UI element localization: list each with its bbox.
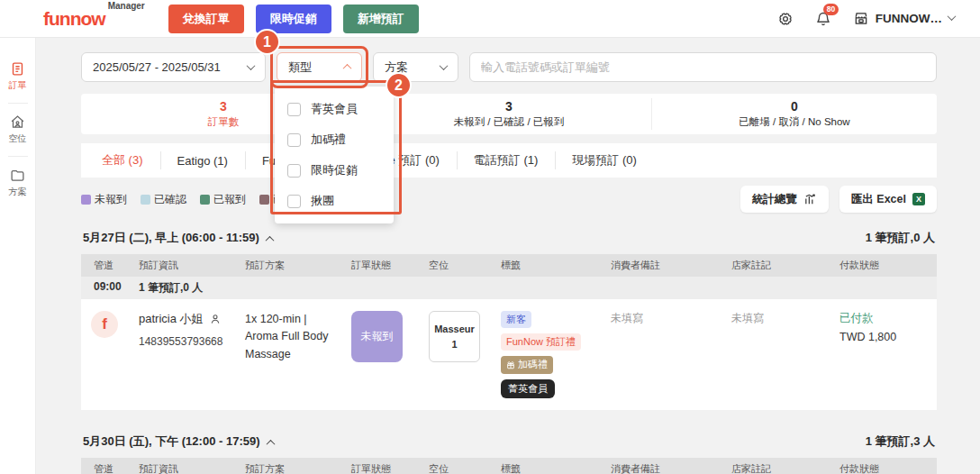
notification-count-badge: 80 (823, 4, 839, 15)
col-store-note: 店家註記 (719, 254, 827, 277)
status-badge: 未報到 (351, 311, 403, 362)
account-name: FUNNOW… (876, 12, 942, 25)
checkbox[interactable] (287, 103, 301, 116)
sidebar-item-orders[interactable]: 訂單 (0, 54, 35, 99)
type-option-bonus-gift[interactable]: 加碼禮 (275, 124, 394, 155)
redeem-order-button[interactable]: 兌換訂單 (168, 5, 244, 33)
plan-filter-dropdown[interactable]: 方案 (373, 52, 458, 82)
search-input[interactable] (481, 60, 925, 74)
chart-icon (803, 193, 817, 205)
legend-color-swatch (81, 195, 91, 205)
stats-summary-card: 3 訂單數 3 未報到 / 已確認 / 已報到 0 已離場 / 取消 / No … (81, 94, 937, 134)
section-title-toggle[interactable]: 5月27日 (二), 早上 (06:00 - 11:59) (83, 230, 273, 246)
section-summary: 1 筆預訂,0 人 (866, 230, 935, 246)
col-status: 訂單狀態 (339, 458, 416, 474)
tag-new-customer: 新客 (501, 311, 531, 328)
col-tags: 標籤 (488, 458, 598, 474)
seat-name: Masseur (434, 322, 475, 337)
account-menu[interactable]: FUNNOW… (853, 11, 955, 26)
col-booking-info: 預訂資訊 (126, 458, 232, 474)
plans-icon (10, 168, 25, 183)
tab-walkin[interactable]: 現場預訂 (0) (555, 143, 654, 178)
consumer-note: 未填寫 (598, 299, 719, 338)
col-status: 訂單狀態 (339, 254, 416, 277)
type-option-elite-member[interactable]: 菁英會員 (275, 94, 394, 124)
col-payment: 付款狀態 (827, 254, 937, 277)
col-payment: 付款狀態 (827, 458, 937, 474)
table-header: 管道 預訂資訊 預訂方案 訂單狀態 空位 標籤 消費者備註 店家註記 付款狀態 (81, 254, 937, 277)
payment-status: 已付款 (839, 311, 931, 326)
stats-overview-button[interactable]: 統計總覽 (740, 186, 829, 213)
col-tags: 標籤 (488, 254, 598, 277)
type-options-menu: 菁英會員 加碼禮 限時促銷 揪團 (275, 87, 394, 223)
sidebar-item-vacancy[interactable]: 空位 (0, 107, 35, 152)
sidebar-item-label: 空位 (9, 132, 27, 145)
booking-section-may30: 5月30日 (五), 下午 (12:00 - 17:59) 1 筆預訂,3 人 … (81, 430, 937, 474)
filter-bar: 2025/05/27 - 2025/05/31 類型 菁英會員 加碼禮 (81, 52, 937, 82)
date-range-selector[interactable]: 2025/05/27 - 2025/05/31 (81, 52, 266, 82)
notifications-bell-icon[interactable]: 80 (815, 10, 831, 27)
export-excel-button[interactable]: 匯出 Excel X (839, 186, 937, 213)
col-booking-info: 預訂資訊 (126, 254, 232, 277)
col-store-note: 店家註記 (719, 458, 827, 474)
tag-elite-member: 菁英會員 (501, 379, 555, 398)
time-label: 09:00 (81, 277, 126, 299)
legend-label: 未報到 (95, 192, 127, 207)
type-option-label: 揪團 (311, 193, 334, 209)
settings-gear-icon[interactable] (777, 11, 794, 27)
booking-section-may27: 5月27日 (二), 早上 (06:00 - 11:59) 1 筆預訂,0 人 … (81, 226, 937, 410)
time-group-row: 09:00 1 筆預訂,0 人 (81, 277, 937, 299)
type-option-flash-sale[interactable]: 限時促銷 (275, 155, 394, 186)
new-booking-button[interactable]: 新增預訂 (343, 5, 419, 33)
checkbox[interactable] (287, 133, 301, 147)
stat-label: 未報到 / 已確認 / 已報到 (367, 115, 651, 130)
store-note: 未填寫 (719, 299, 827, 338)
stat-closed-orders: 0 已離場 / 取消 / No Show (651, 98, 937, 129)
funnow-logo: funnow (43, 8, 105, 30)
sidebar-item-label: 訂單 (9, 79, 27, 92)
section-title: 5月30日 (五), 下午 (12:00 - 17:59) (83, 433, 260, 450)
gift-icon (506, 360, 515, 369)
section-title: 5月27日 (二), 早上 (06:00 - 11:59) (83, 230, 259, 246)
section-summary: 1 筆預訂,3 人 (866, 433, 935, 450)
type-option-group[interactable]: 揪團 (275, 186, 394, 216)
legend-color-swatch (141, 195, 150, 205)
type-filter-dropdown[interactable]: 類型 (277, 52, 362, 82)
date-range-value: 2025/05/27 - 2025/05/31 (93, 60, 239, 74)
export-excel-label: 匯出 Excel (851, 192, 906, 207)
col-channel: 管道 (81, 458, 126, 474)
checkbox[interactable] (287, 164, 301, 178)
customer-name: patricia 小姐 (139, 311, 204, 327)
chevron-up-icon (266, 440, 275, 449)
top-bar: funnow Manager 兌換訂單 限時促銷 新增預訂 80 FUNNOW… (0, 0, 980, 38)
chevron-up-icon (343, 64, 352, 73)
time-summary: 1 筆預訂,0 人 (126, 277, 937, 299)
main-content: 2025/05/27 - 2025/05/31 類型 菁英會員 加碼禮 (37, 38, 980, 474)
tab-all[interactable]: 全部 (3) (85, 143, 160, 178)
tab-phone[interactable]: 電話預訂 (1) (457, 143, 556, 178)
booking-id: 14839553793668 (139, 335, 222, 348)
stat-value: 3 (367, 98, 651, 115)
sidebar-item-label: 方案 (9, 186, 27, 198)
tag-label: 加碼禮 (518, 359, 548, 370)
payment-amount: TWD 1,800 (839, 331, 931, 343)
section-title-toggle[interactable]: 5月30日 (五), 下午 (12:00 - 17:59) (83, 433, 274, 450)
checkbox[interactable] (287, 195, 301, 208)
stats-overview-label: 統計總覽 (752, 192, 797, 207)
stat-active-orders: 3 未報到 / 已確認 / 已報到 (366, 98, 651, 129)
flash-sale-button[interactable]: 限時促銷 (256, 5, 331, 33)
booking-row[interactable]: f patricia 小姐 14839553793668 1x 120-min … (81, 299, 937, 410)
vacancy-icon (10, 114, 25, 130)
col-consumer-note: 消費者備註 (598, 458, 719, 474)
plan-description: 1x 120-min | Aroma Full Body Massage (232, 299, 339, 375)
chevron-down-icon (440, 61, 449, 70)
funnow-channel-icon: f (91, 311, 118, 338)
person-icon[interactable] (209, 313, 222, 325)
sidebar-item-plans[interactable]: 方案 (0, 160, 35, 205)
stat-label: 已離場 / 取消 / No Show (652, 115, 937, 130)
tab-eatigo[interactable]: Eatigo (1) (160, 143, 245, 178)
table-header: 管道 預訂資訊 預訂方案 訂單狀態 空位 標籤 消費者備註 店家註記 付款狀態 (81, 458, 937, 474)
sidebar: 訂單 空位 方案 (0, 38, 36, 474)
legend-color-swatch (259, 195, 269, 205)
divider (8, 103, 28, 104)
